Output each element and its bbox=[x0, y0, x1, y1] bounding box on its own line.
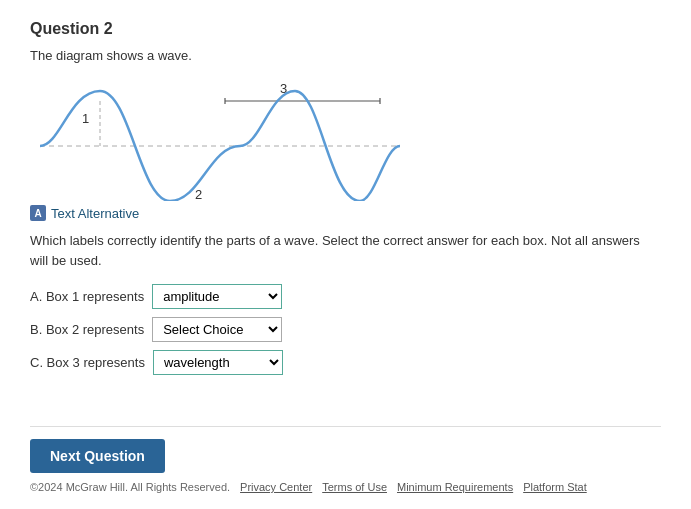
question-text: Which labels correctly identify the part… bbox=[30, 231, 661, 270]
next-question-button[interactable]: Next Question bbox=[30, 439, 165, 473]
row-a-select[interactable]: amplitude Select Choice crest trough wav… bbox=[152, 284, 282, 309]
footer-privacy-link[interactable]: Privacy Center bbox=[240, 481, 312, 493]
footer-bar: Next Question ©2024 McGraw Hill. All Rig… bbox=[30, 426, 661, 499]
row-b-label: B. Box 2 represents bbox=[30, 322, 144, 337]
text-alt-icon: A bbox=[30, 205, 46, 221]
wave-diagram: 1 2 3 bbox=[30, 71, 410, 201]
answer-row-b: B. Box 2 represents Select Choice amplit… bbox=[30, 317, 661, 342]
footer-platform-link[interactable]: Platform Stat bbox=[523, 481, 587, 493]
text-alternative-row: A Text Alternative bbox=[30, 205, 661, 221]
text-alternative-link[interactable]: Text Alternative bbox=[51, 206, 139, 221]
row-a-label: A. Box 1 represents bbox=[30, 289, 144, 304]
footer-minreq-link[interactable]: Minimum Requirements bbox=[397, 481, 513, 493]
answer-rows: A. Box 1 represents amplitude Select Cho… bbox=[30, 284, 661, 375]
row-c-label: C. Box 3 represents bbox=[30, 355, 145, 370]
wave-description: The diagram shows a wave. bbox=[30, 48, 661, 63]
question-title: Question 2 bbox=[30, 20, 661, 38]
answer-row-a: A. Box 1 represents amplitude Select Cho… bbox=[30, 284, 661, 309]
row-c-select[interactable]: wavelength Select Choice amplitude crest… bbox=[153, 350, 283, 375]
row-b-select[interactable]: Select Choice amplitude crest trough wav… bbox=[152, 317, 282, 342]
footer-copyright: ©2024 McGraw Hill. All Rights Reserved. bbox=[30, 481, 230, 493]
footer-terms-link[interactable]: Terms of Use bbox=[322, 481, 387, 493]
svg-text:1: 1 bbox=[82, 111, 89, 126]
answer-row-c: C. Box 3 represents wavelength Select Ch… bbox=[30, 350, 661, 375]
svg-text:2: 2 bbox=[195, 187, 202, 201]
